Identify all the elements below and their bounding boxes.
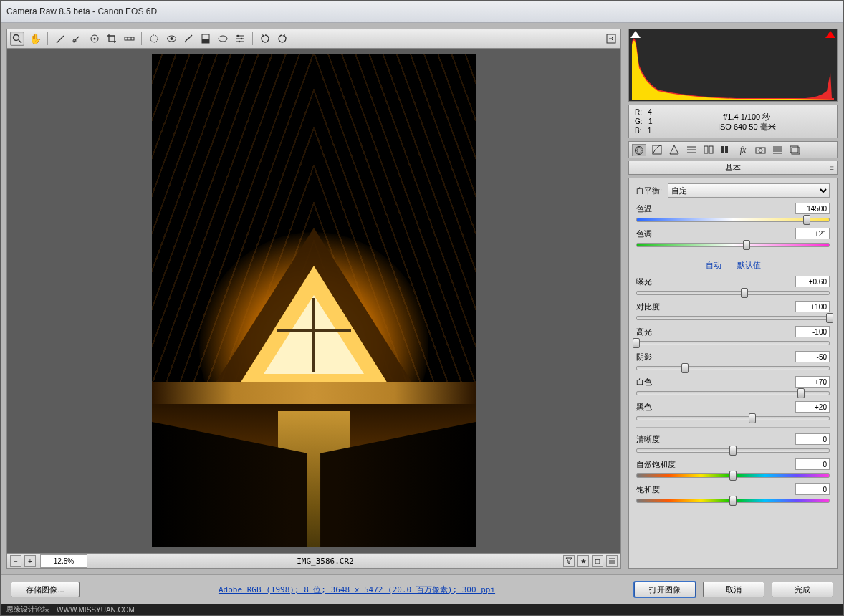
svg-point-13 xyxy=(219,36,227,42)
app-window: Camera Raw 8.5 beta - Canon EOS 6D ✋ xyxy=(0,0,844,616)
zoom-in-button[interactable]: + xyxy=(24,555,36,567)
separator xyxy=(636,427,830,428)
white-balance-select[interactable]: 自定 xyxy=(668,183,830,198)
image-preview[interactable] xyxy=(6,49,621,554)
shadow-slider[interactable] xyxy=(636,364,830,371)
shadow-value[interactable] xyxy=(795,351,830,362)
workflow-link[interactable]: Adobe RGB (1998); 8 位; 3648 x 5472 (20.0… xyxy=(87,584,627,595)
contrast-slider[interactable] xyxy=(636,314,830,321)
svg-point-4 xyxy=(94,38,96,40)
panel-tabs: fx xyxy=(628,141,838,158)
body: ✋ xyxy=(1,23,843,574)
white-slider[interactable] xyxy=(636,389,830,396)
redeye-tool-icon[interactable] xyxy=(165,32,178,45)
zoom-select[interactable] xyxy=(40,554,87,568)
clarity-slider[interactable] xyxy=(636,446,830,453)
tab-preset-icon[interactable] xyxy=(771,144,784,155)
title-bar[interactable]: Camera Raw 8.5 beta - Canon EOS 6D xyxy=(1,1,843,23)
histogram[interactable] xyxy=(628,29,838,102)
radial-filter-tool-icon[interactable] xyxy=(216,32,229,45)
done-button[interactable]: 完成 xyxy=(772,582,833,597)
auto-link[interactable]: 自动 xyxy=(706,260,721,271)
svg-point-36 xyxy=(759,148,762,152)
saturate-label: 饱和度 xyxy=(636,484,660,495)
spot-removal-tool-icon[interactable] xyxy=(148,32,160,45)
tab-detail-icon[interactable] xyxy=(668,144,681,155)
hand-tool-icon[interactable]: ✋ xyxy=(29,32,42,45)
svg-point-18 xyxy=(241,38,243,40)
graduated-filter-tool-icon[interactable] xyxy=(199,32,212,45)
tab-curve-icon[interactable] xyxy=(651,144,663,155)
panel-header: 基本 ≡ xyxy=(628,161,838,175)
preferences-icon[interactable] xyxy=(234,32,246,45)
zoom-out-button[interactable]: − xyxy=(10,555,21,567)
filter-icon[interactable] xyxy=(563,555,575,567)
zoom-tool-icon[interactable] xyxy=(10,32,24,46)
svg-point-17 xyxy=(237,35,239,37)
watermark-bar: 思缘设计论坛 WWW.MISSYUAN.COM xyxy=(1,604,843,615)
svg-rect-12 xyxy=(202,39,209,43)
svg-rect-32 xyxy=(709,146,713,153)
rotate-ccw-icon[interactable] xyxy=(259,32,272,45)
black-slider[interactable] xyxy=(636,414,830,421)
svg-point-19 xyxy=(239,41,241,43)
tab-basic-icon[interactable] xyxy=(632,144,646,156)
shadow-label: 阴影 xyxy=(636,352,652,362)
tint-value[interactable] xyxy=(795,228,830,239)
svg-point-0 xyxy=(14,35,19,41)
tab-split-icon[interactable] xyxy=(702,144,715,155)
tab-lens-icon[interactable] xyxy=(719,144,732,155)
status-bar: − + IMG_3586.CR2 ★ xyxy=(6,554,621,569)
targeted-adjust-tool-icon[interactable] xyxy=(88,32,101,45)
fullscreen-toggle-icon[interactable] xyxy=(605,32,618,45)
tab-hsl-icon[interactable] xyxy=(685,144,698,155)
temp-value[interactable] xyxy=(795,203,830,214)
crop-tool-icon[interactable] xyxy=(105,32,118,45)
rgb-readout: R: 4 G: 1 B: 1 xyxy=(635,107,652,135)
tab-snapshot-icon[interactable] xyxy=(788,144,801,155)
highlight-value[interactable] xyxy=(795,326,830,337)
contrast-value[interactable] xyxy=(795,301,830,312)
vibrance-slider[interactable] xyxy=(636,471,830,478)
exposure-value[interactable] xyxy=(795,276,830,287)
vibrance-value[interactable] xyxy=(795,458,830,470)
saturate-slider[interactable] xyxy=(636,496,830,504)
cancel-button[interactable]: 取消 xyxy=(703,582,764,597)
save-image-button[interactable]: 存储图像... xyxy=(11,582,80,597)
svg-rect-27 xyxy=(653,145,661,154)
svg-rect-5 xyxy=(125,37,134,40)
temp-slider[interactable] xyxy=(636,216,830,223)
straighten-tool-icon[interactable] xyxy=(123,32,135,45)
separator xyxy=(252,32,253,45)
open-image-button[interactable]: 打开图像 xyxy=(634,582,696,597)
rating-icon[interactable]: ★ xyxy=(577,555,589,567)
vibrance-label: 自然饱和度 xyxy=(636,459,676,470)
exposure-label: 曝光 xyxy=(636,276,652,287)
svg-rect-31 xyxy=(704,146,708,153)
color-sampler-tool-icon[interactable] xyxy=(71,32,84,45)
panel-menu-icon[interactable]: ≡ xyxy=(830,164,834,172)
contrast-label: 对比度 xyxy=(636,302,660,312)
black-value[interactable] xyxy=(795,401,830,413)
svg-rect-34 xyxy=(725,146,728,153)
white-value[interactable] xyxy=(795,376,830,388)
highlight-slider[interactable] xyxy=(636,339,830,346)
clarity-value[interactable] xyxy=(795,433,830,445)
svg-rect-33 xyxy=(721,146,724,153)
metadata-box: R: 4 G: 1 B: 1 f/1.4 1/100 秒 ISO 640 50 … xyxy=(628,105,838,138)
saturate-value[interactable] xyxy=(795,483,830,495)
default-link[interactable]: 默认值 xyxy=(737,260,761,271)
brush-tool-icon[interactable] xyxy=(182,32,195,45)
filmstrip-toggle-icon[interactable] xyxy=(606,555,618,567)
tab-camera-icon[interactable] xyxy=(754,144,767,155)
exposure-slider[interactable] xyxy=(636,289,830,296)
tab-fx-icon[interactable]: fx xyxy=(737,144,749,155)
tint-slider[interactable] xyxy=(636,241,830,248)
rotate-cw-icon[interactable] xyxy=(276,32,289,45)
svg-line-1 xyxy=(19,40,21,43)
filename-label: IMG_3586.CR2 xyxy=(90,557,560,566)
white-balance-tool-icon[interactable] xyxy=(54,32,67,45)
window-title: Camera Raw 8.5 beta - Canon EOS 6D xyxy=(6,6,157,16)
trash-icon[interactable] xyxy=(592,555,603,567)
temp-label: 色温 xyxy=(636,203,652,214)
